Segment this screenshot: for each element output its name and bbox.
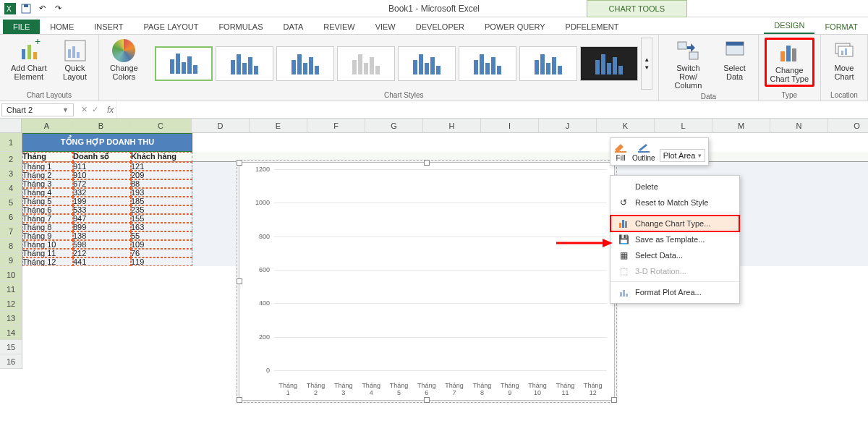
name-box[interactable]: Chart 2 ▼ (1, 103, 74, 116)
switch-row-column-button[interactable]: Switch Row/ Column (665, 38, 711, 91)
chevron-down-icon: ▼ (62, 106, 69, 114)
menu-save-as-template[interactable]: 💾 Save as Template... (610, 231, 739, 247)
chart-style-thumb-2[interactable] (216, 46, 273, 81)
outline-button[interactable]: Outline (632, 141, 655, 162)
fill-button[interactable]: Fill (613, 141, 628, 162)
menu-select-data[interactable]: ▦ Select Data... (610, 247, 739, 263)
svg-rect-26 (622, 220, 624, 228)
change-colors-button[interactable]: Change Colors (105, 38, 144, 82)
move-chart-button[interactable]: Move Chart (827, 38, 861, 82)
annotation-arrow (555, 237, 613, 249)
reset-icon: ↺ (618, 197, 629, 208)
menu-format-plot-area[interactable]: Format Plot Area... (610, 284, 739, 300)
svg-rect-17 (786, 46, 791, 61)
row-headers[interactable]: 12345678910111213141516 (0, 133, 22, 369)
select-data-icon (723, 39, 746, 62)
tab-pdfelement[interactable]: PDFelement (556, 20, 629, 34)
chart-style-thumb-7[interactable] (519, 46, 577, 81)
tab-format[interactable]: FORMAT (814, 20, 868, 34)
add-chart-element-icon: + (17, 39, 41, 62)
svg-rect-22 (845, 48, 847, 55)
svg-rect-18 (792, 48, 796, 61)
rotation-icon: ⬚ (618, 265, 629, 277)
chart-tools-contextual-label: CHART TOOLS (587, 0, 687, 17)
svg-rect-15 (726, 42, 744, 46)
tab-power-query[interactable]: POWER QUERY (475, 20, 556, 34)
fill-icon (613, 141, 628, 153)
chart-style-thumb-3[interactable] (276, 46, 334, 81)
chart-x-axis-labels: Tháng1Tháng2Tháng3Tháng4Tháng5Tháng6Thán… (274, 383, 607, 397)
chart-style-thumb-1[interactable] (155, 46, 213, 81)
ribbon-group-type: Change Chart Type Type (759, 35, 821, 101)
ribbon-group-data: Switch Row/ Column Select Data Data (659, 35, 758, 101)
svg-rect-23 (615, 151, 626, 153)
tab-file[interactable]: FILE (3, 20, 40, 34)
switch-row-column-icon (676, 39, 699, 62)
tab-view[interactable]: VIEW (365, 20, 406, 34)
enter-formula-icon[interactable]: ✓ (92, 105, 98, 114)
mini-toolbar: Fill Outline Plot Area ▾ (610, 137, 709, 166)
chart-style-thumb-5[interactable] (398, 46, 456, 81)
svg-rect-30 (626, 294, 628, 297)
svg-text:X: X (7, 5, 12, 13)
cancel-formula-icon[interactable]: ✕ (81, 105, 88, 114)
tab-page-layout[interactable]: PAGE LAYOUT (133, 20, 208, 34)
menu-reset-match-style[interactable]: ↺ Reset to Match Style (610, 195, 739, 210)
context-menu: Delete ↺ Reset to Match Style Change Cha… (610, 175, 740, 304)
title-bar: X ↶ ↷ Book1 - Microsoft Excel CHART TOOL… (0, 0, 868, 17)
tab-home[interactable]: HOME (40, 20, 84, 34)
add-chart-element-button[interactable]: + Add Chart Element (6, 38, 52, 82)
column-headers[interactable]: ABCDEFGHIJKLMNOP (22, 119, 868, 133)
undo-icon[interactable]: ↶ (36, 3, 48, 14)
svg-rect-11 (77, 52, 80, 58)
change-chart-type-button[interactable]: Change Chart Type (765, 38, 814, 87)
chart-styles-more-button[interactable]: ▲▼ (641, 38, 652, 90)
ribbon-group-chart-styles: ▲▼ Chart Styles (149, 35, 659, 101)
ribbon: + Add Chart Element Quick Layout Chart L… (0, 35, 868, 101)
table-title-cell[interactable]: TỔNG HỢP DOANH THU (22, 133, 192, 152)
chart-plot-area[interactable]: 020040060080010001200 (274, 170, 607, 371)
svg-rect-5 (27, 45, 31, 59)
chart-style-thumb-8[interactable] (580, 46, 638, 81)
save-icon[interactable] (20, 3, 32, 14)
chart-style-thumb-6[interactable] (459, 46, 516, 81)
svg-rect-10 (72, 46, 75, 58)
menu-change-chart-type[interactable]: Change Chart Type... (610, 216, 739, 231)
change-chart-type-icon (778, 41, 801, 64)
chart-element-dropdown[interactable]: Plot Area ▾ (660, 149, 706, 162)
svg-rect-13 (689, 52, 698, 59)
tab-insert[interactable]: INSERT (84, 20, 133, 34)
tab-formulas[interactable]: FORMULAS (208, 20, 273, 34)
quick-access-toolbar: X ↶ ↷ (0, 3, 64, 14)
svg-rect-3 (24, 4, 28, 7)
svg-rect-6 (33, 52, 37, 59)
select-data-button[interactable]: Select Data (718, 38, 752, 82)
formula-input[interactable] (116, 101, 868, 118)
quick-layout-button[interactable]: Quick Layout (58, 38, 93, 82)
tab-design[interactable]: DESIGN (764, 18, 814, 34)
blank-icon (618, 181, 629, 192)
quick-layout-icon (64, 39, 87, 62)
svg-rect-16 (780, 51, 785, 61)
ribbon-group-change-colors: Change Colors (99, 35, 150, 101)
tab-data[interactable]: DATA (273, 20, 314, 34)
svg-rect-28 (620, 292, 622, 297)
window-title: Book1 - Microsoft Excel (388, 4, 480, 14)
svg-marker-32 (603, 239, 613, 247)
menu-delete[interactable]: Delete (610, 179, 739, 195)
svg-rect-25 (619, 223, 621, 228)
svg-rect-12 (678, 42, 686, 49)
menu-3d-rotation: ⬚ 3-D Rotation... (610, 263, 739, 279)
embedded-chart[interactable]: 020040060080010001200 Tháng1Tháng2Tháng3… (239, 162, 615, 401)
tab-review[interactable]: REVIEW (313, 20, 365, 34)
chevron-down-icon: ▾ (698, 152, 702, 159)
redo-icon[interactable]: ↷ (52, 3, 64, 14)
ribbon-group-chart-layouts: + Add Chart Element Quick Layout Chart L… (0, 35, 99, 101)
tab-developer[interactable]: DEVELOPER (406, 20, 475, 34)
svg-rect-24 (638, 151, 650, 153)
svg-rect-4 (22, 49, 25, 59)
save-template-icon: 💾 (618, 234, 629, 245)
excel-icon: X (4, 3, 16, 14)
chart-style-thumb-4[interactable] (337, 46, 395, 81)
move-chart-icon (833, 39, 856, 62)
